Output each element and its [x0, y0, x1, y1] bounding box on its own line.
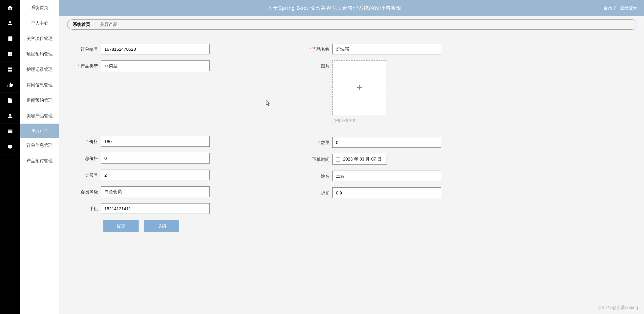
input-name[interactable]: [332, 171, 441, 181]
input-price[interactable]: [101, 136, 210, 147]
input-phone[interactable]: [101, 203, 210, 214]
upload-box[interactable]: +: [332, 60, 387, 115]
icon-sidebar: [0, 0, 20, 314]
nav-person-icon[interactable]: [0, 108, 20, 124]
text-sidebar: 系统首页 个人中心 美容项目管理 项目预约管理 护理记录管理 房间信息管理 房间…: [20, 0, 59, 314]
nav-thumb-icon[interactable]: [0, 77, 20, 93]
nav-monitor-icon[interactable]: [0, 139, 20, 154]
header-title: 基于Spring Boot 悦己美容院后台管理系统的设计与实现: [65, 5, 603, 11]
cancel-button[interactable]: 取消: [144, 220, 179, 232]
menu-room-info[interactable]: 房间信息管理: [20, 77, 59, 93]
label-discount: 折扣: [299, 187, 332, 196]
input-product-name[interactable]: [332, 44, 441, 54]
input-member-no[interactable]: [101, 170, 210, 180]
input-total[interactable]: [101, 153, 210, 164]
input-order-no[interactable]: [101, 44, 210, 54]
watermark: CSDN @小蔡coding: [598, 305, 638, 311]
menu-room-reserve[interactable]: 房间预约管理: [20, 93, 59, 108]
header-user[interactable]: 会员 2: [603, 5, 616, 11]
input-discount[interactable]: [332, 187, 441, 198]
label-phone: 手机: [67, 203, 101, 212]
label-price: *价格: [67, 136, 101, 145]
input-quantity[interactable]: [332, 137, 441, 148]
nav-user-icon[interactable]: [0, 15, 20, 31]
nav-doc-icon[interactable]: [0, 93, 20, 108]
plus-icon: +: [356, 82, 363, 94]
menu-project-reserve[interactable]: 项目预约管理: [20, 46, 59, 62]
label-order-no: 订单编号: [67, 44, 101, 52]
nav-clipboard-icon[interactable]: [0, 31, 20, 46]
header-logout[interactable]: 退出登录: [620, 5, 637, 11]
menu-profile[interactable]: 个人中心: [20, 15, 59, 31]
submenu-product[interactable]: 美容产品: [20, 124, 59, 138]
label-total: 总价格: [67, 153, 101, 162]
header: 基于Spring Boot 悦己美容院后台管理系统的设计与实现 会员 2 退出登…: [59, 0, 644, 16]
input-order-time[interactable]: 2023 年 03 月 07 日: [332, 154, 387, 165]
form-area: 订单编号 *产品类型 *价格 总价格 会员号 会员等级 手机 提交: [67, 44, 637, 232]
nav-grid2-icon[interactable]: [0, 62, 20, 77]
breadcrumb-current: 美容产品: [100, 21, 117, 28]
menu-product-mgmt[interactable]: 美容产品管理: [20, 108, 59, 124]
menu-order-info[interactable]: 订单信息管理: [20, 138, 59, 153]
input-product-type[interactable]: [101, 60, 210, 71]
label-quantity: *数量: [299, 137, 332, 146]
breadcrumb-sep: ⋮: [93, 22, 97, 27]
nav-table-icon[interactable]: [0, 124, 20, 139]
upload-tip: 点击上传图片: [332, 118, 387, 124]
label-image: 图片: [299, 60, 332, 69]
menu-beauty-project[interactable]: 美容项目管理: [20, 31, 59, 46]
label-name: 姓名: [299, 171, 332, 179]
breadcrumb-home[interactable]: 系统首页: [73, 21, 90, 28]
label-member-no: 会员号: [67, 170, 101, 178]
nav-grid-icon[interactable]: [0, 46, 20, 62]
breadcrumb: 系统首页 ⋮ 美容产品: [67, 19, 637, 30]
label-order-time: 下单时间: [299, 154, 332, 163]
menu-home[interactable]: 系统首页: [20, 0, 59, 15]
submit-button[interactable]: 提交: [103, 220, 139, 232]
label-product-type: *产品类型: [67, 60, 101, 69]
nav-home-icon[interactable]: [0, 0, 20, 15]
menu-care-record[interactable]: 护理记录管理: [20, 62, 59, 77]
date-value: 2023 年 03 月 07 日: [343, 156, 382, 162]
calendar-icon: [336, 157, 340, 162]
menu-product-reserve[interactable]: 产品预订管理: [20, 153, 59, 169]
input-member-level[interactable]: [101, 186, 210, 197]
label-member-level: 会员等级: [67, 186, 101, 195]
label-product-name: *产品名称: [299, 44, 332, 52]
